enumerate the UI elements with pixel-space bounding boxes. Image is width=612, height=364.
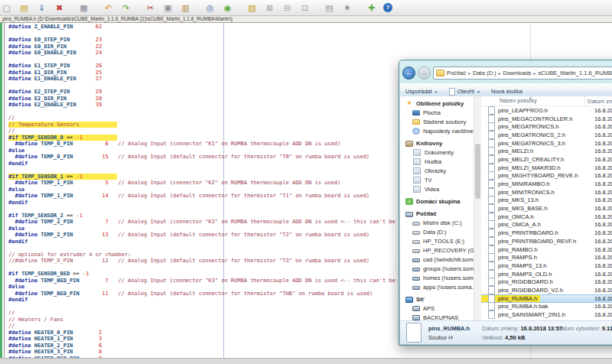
redo-icon[interactable]: ↷: [120, 2, 132, 14]
sidebar-item-label: cad (\\windchill.soma.cz): [423, 256, 474, 263]
sidebar-group-knihovny[interactable]: Knihovny: [400, 139, 474, 148]
file-row[interactable]: pins_RUMBA.h.bak16.8.2018 13:57: [481, 303, 612, 311]
breadcrumb-item[interactable]: Downloads: [503, 70, 531, 76]
file-row[interactable]: pins_OMCA.h16.8.2018 13:57: [481, 213, 612, 221]
sidebar-item-plocha[interactable]: Plocha: [400, 108, 474, 117]
file-name: pins_RAMPS.h: [498, 254, 537, 261]
sidebar-item-dokumenty[interactable]: Dokumenty: [400, 148, 474, 157]
sidebar-item-label: Místní disk (C:): [423, 219, 461, 226]
file-row[interactable]: pins_RAMPS.h16.8.2018 13:57: [481, 253, 612, 262]
file-row[interactable]: pins_MEGATRONICS_2.h16.8.2018 13:57: [481, 131, 612, 139]
sidebar-item-apps-users-soma-cz-z[interactable]: apps (\\users.soma.cz) (Z: [400, 282, 474, 291]
organize-button[interactable]: Uspořádat ▼: [405, 88, 438, 95]
copy-icon[interactable]: ▣: [162, 2, 174, 14]
file-row[interactable]: pins_MINIRAMBO.h16.8.2018 13:57: [481, 180, 612, 188]
cut-icon[interactable]: ✂: [145, 2, 156, 14]
sidebar-item-backupnas[interactable]: BACKUPNAS: [400, 313, 474, 320]
file-row[interactable]: pins_MEGACONTROLLER.h16.8.2018 13:57: [481, 115, 612, 123]
sidebar-group-po-ta-[interactable]: Počítač: [400, 210, 474, 218]
sidebar-item-obr-zky[interactable]: Obrázky: [400, 166, 474, 175]
file-row[interactable]: pins_LEAPFROG.h16.8.2018 13:57: [481, 106, 612, 115]
scrollbar-thumb[interactable]: [475, 144, 480, 199]
close-window-icon[interactable]: ⊠: [264, 2, 275, 14]
sidebar-item-tv[interactable]: TV: [400, 175, 474, 184]
settings-icon[interactable]: ✳: [341, 2, 353, 14]
breadcrumb-item[interactable]: sCUBE_Marlin_1.1.6_RUMBA (1): [539, 70, 612, 76]
file-row[interactable]: pins_PRINTRBOARD.h16.8.2018 13:57: [481, 229, 612, 237]
sidebar-group-label: Domácí skupina: [416, 198, 461, 205]
sidebar-group-dom-c-skupina[interactable]: Domácí skupina: [400, 197, 474, 206]
file-row[interactable]: pins_RAMPS_13.h16.8.2018 13:57: [481, 262, 612, 270]
homegroup-icon: [405, 198, 413, 205]
forward-button[interactable]: →: [418, 67, 431, 80]
search-replace-icon[interactable]: ◉: [222, 2, 233, 14]
sidebar-item-sta-en-soubory[interactable]: Stažené soubory: [400, 117, 474, 126]
file-row[interactable]: pins_MELZI_CREALITY.h16.8.2018 13:57: [481, 155, 612, 164]
file-row[interactable]: pins_OMCA_A.h16.8.2018 13:57: [481, 221, 612, 229]
file-row-main: pins_MELZI_MAKR3D.h: [481, 164, 564, 172]
open-button[interactable]: Otevřít ▼: [449, 88, 480, 96]
restore-window-icon[interactable]: ⊡: [299, 2, 311, 14]
minimize-window-icon[interactable]: ⊟: [282, 2, 293, 14]
file-name: pins_OMCA.h: [498, 213, 534, 220]
back-button[interactable]: ←: [402, 67, 415, 80]
code-explorer-icon[interactable]: ▤: [324, 2, 335, 14]
file-row[interactable]: pins_MELZI_MAKR3D.h16.8.2018 13:57: [481, 164, 612, 172]
sidebar-item-cad-windchill-soma-cz-[interactable]: cad (\\windchill.soma.cz): [400, 255, 474, 264]
sidebar-item-videa[interactable]: Videa: [400, 184, 474, 193]
sidebar-item-aps[interactable]: APS: [400, 304, 474, 313]
file-name: pins_MELZI.h: [498, 148, 533, 154]
save-icon[interactable]: ⇓: [36, 2, 47, 14]
sidebar-item-homes-users-soma-cz-[interactable]: homes (\\users.soma.cz): [400, 273, 474, 282]
breadcrumb-item[interactable]: Data (D:): [473, 70, 496, 76]
file-row[interactable]: pins_MIGHTYBOARD_REVE.h16.8.2018 13:57: [481, 172, 612, 180]
details-size-label: Velikost:: [482, 334, 503, 341]
sidebar-item-hudba[interactable]: Hudba: [400, 157, 474, 166]
print-icon[interactable]: ▦: [78, 2, 90, 14]
sidebar-group-obl-ben-polo-ky[interactable]: Oblíbené položky: [400, 99, 474, 108]
file-icon: [488, 310, 495, 319]
column-header-date[interactable]: Datum změny: [585, 98, 612, 105]
sidebar-item-m-stn-disk-c-[interactable]: Místní disk (C:): [400, 218, 474, 227]
file-row[interactable]: pins_MELZI.h16.8.2018 13:57: [481, 147, 612, 155]
file-row[interactable]: pins_RIGIDBOARD.h16.8.2018 13:57: [481, 278, 612, 286]
file-date-modified: 16.8.2018 13:57: [594, 254, 612, 261]
sidebar-scrollbar[interactable]: [474, 96, 481, 320]
new-window-icon[interactable]: ▧: [246, 2, 258, 14]
breadcrumb: Počítač▸Data (D:)▸Downloads▸sCUBE_Marlin…: [447, 70, 612, 76]
file-row-main: pins_MKS_BASE.h: [481, 204, 551, 213]
organize-label: Uspořádat: [405, 88, 432, 95]
file-row[interactable]: pins_MINITRONICS.h16.8.2018 13:57: [481, 188, 612, 197]
sidebar-item-hp-tools-e-[interactable]: HP_TOOLS (E:): [400, 236, 474, 245]
file-row[interactable]: pins_RAMPS_OLD.h16.8.2018 13:57: [481, 270, 612, 278]
sidebar-item-groups-users-soma-cz-[interactable]: groups (\\users.soma.cz): [400, 264, 474, 273]
sidebar-item-hp-recovery-g-[interactable]: HP_RECOVERY (G:): [400, 245, 474, 255]
file-row[interactable]: pins_PRINTRBOARD_REVF.h16.8.2018 13:57: [481, 237, 612, 245]
file-date-modified: 16.8.2018 13:57: [594, 221, 612, 228]
file-row[interactable]: pins_RAMBO.h16.8.2018 13:57: [481, 245, 612, 254]
address-bar[interactable]: Počítač▸Data (D:)▸Downloads▸sCUBE_Marlin…: [433, 67, 612, 80]
help-icon[interactable]: ?: [383, 3, 392, 12]
add-icon[interactable]: ✚: [366, 2, 377, 14]
editor-tab[interactable]: pins_RUMBA.h (D:\Downloads\sCUBE_Marlin_…: [2, 16, 233, 21]
breadcrumb-separator: ▸: [467, 70, 471, 76]
search-icon[interactable]: ◎: [204, 2, 216, 14]
file-row[interactable]: pins_RIGIDBOARD_V2.h16.8.2018 13:57: [481, 286, 612, 294]
sidebar-group-s-[interactable]: Síť: [400, 295, 474, 304]
paste-icon[interactable]: ▥: [180, 2, 191, 14]
new-file-icon[interactable]: ▢: [1, 2, 12, 14]
sidebar-item-data-d-[interactable]: Data (D:): [400, 227, 474, 236]
breadcrumb-item[interactable]: Počítač: [447, 70, 466, 76]
open-folder-icon[interactable]: ▤: [18, 2, 30, 14]
column-header-name[interactable]: Název položky: [481, 96, 585, 106]
new-folder-button[interactable]: Nová složka: [491, 88, 522, 95]
sidebar-item-naposledy-nav-t-ven-[interactable]: Naposledy navštívené: [400, 126, 474, 135]
file-row[interactable]: pins_MKS_BASE.h16.8.2018 13:57: [481, 204, 612, 213]
file-row[interactable]: pins_RUMBA.h16.8.2018 13:57: [481, 294, 612, 303]
undo-icon[interactable]: ↶: [103, 2, 114, 14]
file-row[interactable]: pins_SAINSMART_2IN1.h16.8.2018 13:57: [481, 310, 612, 319]
file-row[interactable]: pins_MKS_13.h16.8.2018 13:57: [481, 197, 612, 205]
file-row[interactable]: pins_MEGATRONICS_3.h16.8.2018 13:57: [481, 139, 612, 148]
file-row[interactable]: pins_MEGATRONICS.h16.8.2018 13:57: [481, 122, 612, 131]
close-file-icon[interactable]: ✖: [54, 2, 65, 14]
